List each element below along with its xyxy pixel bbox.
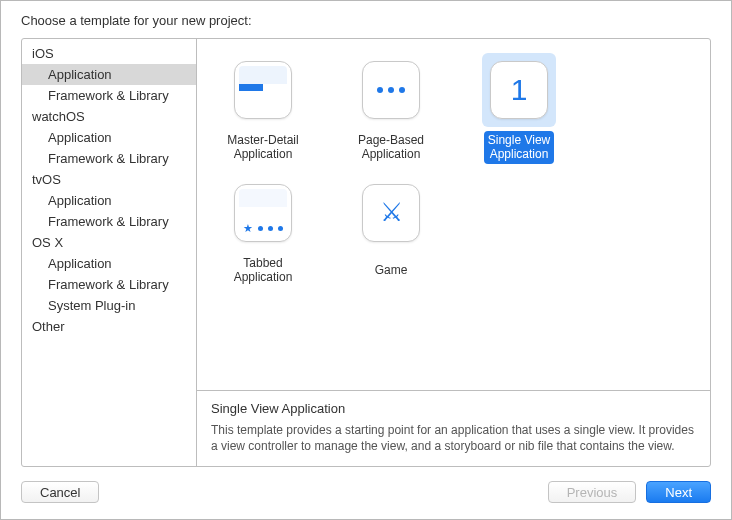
template-label: Tabbed Application [230,254,297,287]
sidebar-item-ios-application[interactable]: Application [22,64,196,85]
template-grid: Master-Detail Application Page-Based App… [197,39,710,390]
next-button[interactable]: Next [646,481,711,503]
sidebar-item-tvos-application[interactable]: Application [22,190,196,211]
sidebar-group-ios[interactable]: iOS [22,43,196,64]
template-chooser-window: Choose a template for your new project: … [0,0,732,520]
header-title: Choose a template for your new project: [21,13,252,28]
tabbed-icon: ★ [226,176,300,250]
template-game[interactable]: ⚔ Game [341,176,441,287]
template-label: Page-Based Application [354,131,428,164]
template-tabbed[interactable]: ★ Tabbed Application [213,176,313,287]
template-label: Master-Detail Application [223,131,302,164]
template-single-view[interactable]: 1 Single View Application [469,53,569,164]
game-icon: ⚔ [354,176,428,250]
content-pane: iOS Application Framework & Library watc… [21,38,711,467]
sidebar-item-watchos-framework[interactable]: Framework & Library [22,148,196,169]
sidebar-item-tvos-framework[interactable]: Framework & Library [22,211,196,232]
template-label: Single View Application [484,131,554,164]
master-detail-icon [226,53,300,127]
sidebar-item-osx-application[interactable]: Application [22,253,196,274]
sidebar-group-watchos[interactable]: watchOS [22,106,196,127]
description-title: Single View Application [211,401,696,416]
sidebar-group-tvos[interactable]: tvOS [22,169,196,190]
page-based-icon [354,53,428,127]
footer: Cancel Previous Next [1,467,731,519]
sidebar-group-osx[interactable]: OS X [22,232,196,253]
single-view-icon: 1 [482,53,556,127]
sidebar-item-ios-framework[interactable]: Framework & Library [22,85,196,106]
sidebar-item-osx-plugin[interactable]: System Plug-in [22,295,196,316]
sidebar-group-other[interactable]: Other [22,316,196,337]
sidebar-item-watchos-application[interactable]: Application [22,127,196,148]
template-label: Game [371,254,412,286]
sidebar-item-osx-framework[interactable]: Framework & Library [22,274,196,295]
template-master-detail[interactable]: Master-Detail Application [213,53,313,164]
template-page-based[interactable]: Page-Based Application [341,53,441,164]
sidebar: iOS Application Framework & Library watc… [22,39,197,466]
cancel-button[interactable]: Cancel [21,481,99,503]
main-pane: Master-Detail Application Page-Based App… [197,39,710,466]
previous-button[interactable]: Previous [548,481,637,503]
description-panel: Single View Application This template pr… [197,390,710,466]
description-body: This template provides a starting point … [211,422,696,454]
header: Choose a template for your new project: [1,1,731,38]
